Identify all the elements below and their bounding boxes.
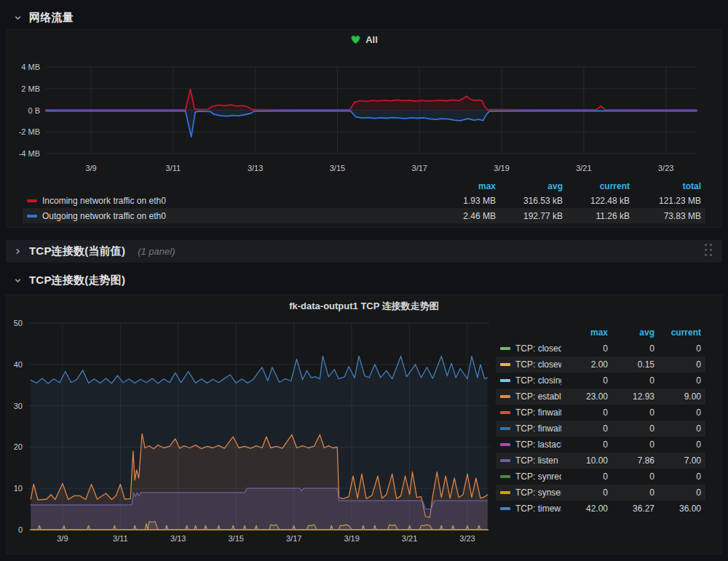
series-color-swatch[interactable]	[27, 199, 37, 202]
legend-header-row: maxavgcurrenttotal	[23, 180, 705, 193]
series-color-swatch[interactable]	[500, 347, 510, 350]
legend-row: TCP: synsent000	[496, 485, 705, 501]
row-title-tcp-trend: TCP连接数(走势图)	[29, 274, 125, 287]
legend-series-name: TCP: closed	[515, 343, 561, 354]
svg-text:3/19: 3/19	[494, 164, 509, 172]
series-color-swatch[interactable]	[500, 443, 510, 446]
legend-row: TCP: closewait2.000.150	[496, 357, 705, 373]
legend-value: 0	[654, 375, 701, 386]
legend-row: TCP: finwait1000	[496, 405, 705, 421]
legend-value: 36.00	[654, 504, 701, 514]
svg-text:3/23: 3/23	[658, 164, 673, 172]
legend-series-toggle[interactable]: Incoming network traffic on eth0	[27, 196, 429, 206]
legend-series-toggle[interactable]: TCP: timewait	[500, 504, 561, 514]
legend-value: 7.00	[654, 455, 701, 466]
legend-series-toggle[interactable]: TCP: listen	[500, 455, 561, 466]
row-header-tcp-current[interactable]: TCP连接数(当前值) (1 panel)	[6, 240, 722, 263]
legend-series-name: TCP: timewait	[515, 504, 561, 514]
legend-value: 10.00	[561, 455, 608, 466]
legend-value: 122.48 kB	[563, 196, 630, 206]
legend-series-toggle[interactable]: TCP: synrecv	[500, 472, 561, 482]
legend-series-toggle[interactable]: TCP: closed	[500, 343, 561, 354]
legend-row: TCP: finwait2000	[496, 421, 705, 437]
legend-value: 0.15	[608, 359, 654, 370]
legend-value: 0	[654, 472, 701, 482]
legend-series-toggle[interactable]: TCP: finwait1	[500, 407, 561, 418]
svg-text:3/21: 3/21	[402, 534, 417, 543]
svg-text:3/13: 3/13	[248, 164, 263, 172]
legend-sort-current[interactable]: current	[654, 327, 701, 338]
series-color-swatch[interactable]	[27, 215, 37, 218]
legend-value: 0	[608, 407, 654, 418]
svg-text:3/11: 3/11	[113, 534, 128, 543]
legend-value: 0	[654, 439, 701, 450]
legend-value: 23.00	[561, 391, 608, 402]
legend-series-toggle[interactable]: Outgoing network traffic on eth0	[27, 211, 429, 221]
legend-value: 121.23 MB	[630, 196, 701, 206]
legend-sort-total[interactable]: total	[630, 181, 701, 191]
svg-text:40: 40	[14, 360, 23, 369]
legend-value: 0	[654, 343, 701, 354]
network-traffic-chart[interactable]: 3/93/113/133/153/173/193/213/234 MB2 MB0…	[7, 49, 721, 177]
panel-title-network: All	[365, 34, 378, 45]
legend-series-toggle[interactable]: TCP: closing	[500, 375, 561, 386]
panel-header-network[interactable]: All	[7, 30, 721, 49]
row-header-tcp-trend[interactable]: TCP连接数(走势图)	[6, 270, 125, 290]
svg-text:3/23: 3/23	[459, 534, 475, 543]
legend-series-toggle[interactable]: TCP: finwait2	[500, 423, 561, 434]
series-color-swatch[interactable]	[500, 459, 510, 462]
legend-sort-current[interactable]: current	[563, 181, 630, 191]
svg-text:50: 50	[14, 319, 23, 327]
series-color-swatch[interactable]	[500, 411, 510, 414]
legend-value: 0	[561, 472, 608, 482]
legend-sort-max[interactable]: max	[561, 327, 608, 338]
legend-value: 0	[561, 375, 608, 386]
legend-series-toggle[interactable]: TCP: closewait	[500, 359, 561, 370]
series-color-swatch[interactable]	[500, 507, 510, 510]
legend-sort-avg[interactable]: avg	[608, 327, 654, 338]
legend-series-name: TCP: finwait1	[515, 407, 561, 418]
svg-text:3/19: 3/19	[344, 534, 359, 543]
legend-value: 0	[608, 343, 654, 354]
legend-series-name: TCP: synsent	[515, 488, 561, 498]
legend-series-name: Incoming network traffic on eth0	[42, 196, 166, 206]
legend-value: 0	[561, 488, 608, 498]
legend-series-toggle[interactable]: TCP: established	[500, 391, 561, 402]
svg-text:3/9: 3/9	[57, 534, 68, 543]
row-panel-count: (1 panel)	[138, 246, 175, 257]
series-color-swatch[interactable]	[500, 475, 510, 478]
legend-sort-max[interactable]: max	[429, 181, 496, 191]
legend-value: 42.00	[561, 504, 608, 514]
legend-value: 2.00	[561, 359, 608, 370]
legend-value: 0	[654, 359, 701, 370]
row-header-network[interactable]: 网络流量	[6, 7, 74, 28]
series-color-swatch[interactable]	[500, 363, 510, 366]
legend-series-toggle[interactable]: TCP: lastack	[500, 439, 561, 450]
legend-value: 0	[561, 439, 608, 450]
svg-text:3/17: 3/17	[412, 164, 427, 172]
svg-text:3/15: 3/15	[229, 534, 244, 543]
chevron-right-icon	[13, 247, 23, 256]
svg-text:20: 20	[14, 442, 23, 451]
network-legend-table: maxavgcurrenttotalIncoming network traff…	[23, 180, 705, 223]
panel-header-tcp[interactable]: fk-data-output1 TCP 连接数走势图	[7, 295, 721, 317]
legend-row: TCP: established23.0012.939.00	[496, 389, 705, 405]
series-color-swatch[interactable]	[500, 491, 510, 494]
row-drag-handle-icon[interactable]	[705, 244, 712, 256]
chevron-down-icon	[13, 13, 23, 23]
legend-row: TCP: timewait42.0036.2736.00	[496, 501, 705, 517]
legend-series-name: TCP: listen	[515, 455, 558, 466]
series-color-swatch[interactable]	[500, 395, 510, 398]
legend-sort-avg[interactable]: avg	[496, 181, 563, 191]
legend-row: TCP: synrecv000	[496, 469, 705, 485]
legend-value: 0	[561, 407, 608, 418]
legend-value: 0	[608, 439, 654, 450]
legend-series-toggle[interactable]: TCP: synsent	[500, 488, 561, 498]
series-color-swatch[interactable]	[500, 379, 510, 382]
svg-text:3/21: 3/21	[576, 164, 591, 172]
row-title-network: 网络流量	[29, 11, 74, 25]
series-color-swatch[interactable]	[500, 427, 510, 430]
legend-value: 0	[608, 472, 654, 482]
legend-value: 36.27	[608, 504, 654, 514]
tcp-trend-chart[interactable]: 3/93/113/133/153/173/193/213/23010203040…	[7, 317, 500, 552]
